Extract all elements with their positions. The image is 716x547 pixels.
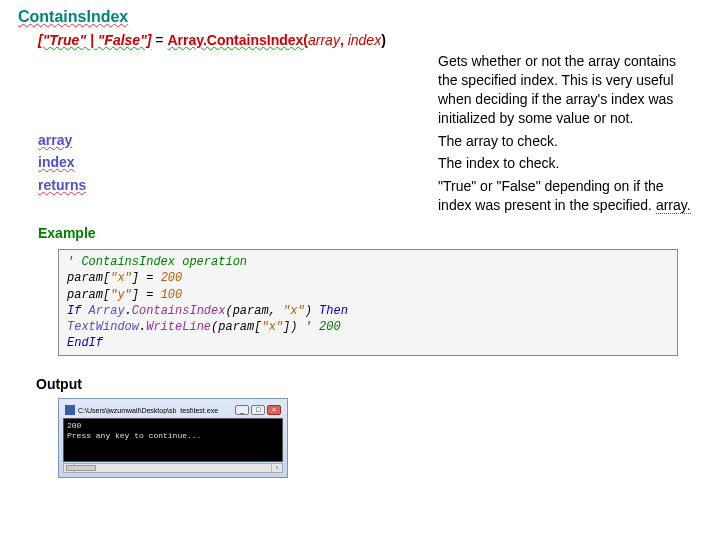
param-desc: The index to check. (438, 154, 698, 173)
code-string: "x" (110, 271, 132, 285)
code-text: (param[ (211, 320, 261, 334)
example-heading: Example (38, 225, 698, 241)
window-buttons: _ □ × (235, 405, 281, 415)
arg-1: array (308, 32, 340, 48)
titlebar-text: C:\Users\jwzumwalt\Desktop\sb_test\test.… (78, 407, 235, 414)
code-keyword: EndIf (67, 336, 103, 350)
code-text: param[ (67, 288, 110, 302)
param-label: array (38, 132, 72, 148)
scroll-right-arrow[interactable]: › (271, 464, 282, 472)
close-button[interactable]: × (267, 405, 281, 415)
param-row-returns: returns "True" or "False" depending on i… (38, 177, 698, 215)
code-type: Array (89, 304, 125, 318)
code-comment: ' ContainsIndex operation (67, 255, 247, 269)
arg-2: index (348, 32, 381, 48)
horizontal-scrollbar[interactable]: ‹ › (63, 463, 283, 473)
param-label: returns (38, 177, 86, 193)
titlebar: C:\Users\jwzumwalt\Desktop\sb_test\test.… (63, 403, 283, 417)
param-row-index: index The index to check. (38, 154, 698, 173)
code-text: ) (305, 304, 319, 318)
code-text: (param, (225, 304, 283, 318)
code-text: ]) (283, 320, 305, 334)
code-keyword: If (67, 304, 89, 318)
arg-sep: , (340, 32, 348, 48)
console-line-1: 200 (67, 421, 81, 430)
app-icon (65, 405, 75, 415)
method-signature: ["True" | "False"] = Array.ContainsIndex… (38, 32, 698, 48)
method-description: Gets whether or not the array contains t… (438, 52, 698, 128)
console-line-2: Press any key to continue... (67, 431, 201, 440)
code-text: ] = (132, 288, 161, 302)
param-desc: "True" or "False" depending on if the in… (438, 177, 698, 215)
close-paren: ) (381, 32, 386, 48)
code-string: "x" (261, 320, 283, 334)
section-title: ContainsIndex (18, 8, 698, 26)
code-type: TextWindow (67, 320, 139, 334)
param-label: index (38, 154, 75, 170)
code-text: param[ (67, 271, 110, 285)
code-string: "y" (110, 288, 132, 302)
code-text: . (125, 304, 132, 318)
param-desc: The array to check. (438, 132, 698, 151)
code-keyword: Then (319, 304, 348, 318)
return-type: ["True" | "False"] (38, 32, 151, 48)
maximize-button[interactable]: □ (251, 405, 265, 415)
scroll-thumb[interactable] (66, 465, 96, 471)
code-number: 200 (161, 271, 183, 285)
equals: = (155, 32, 167, 48)
code-method: ContainsIndex (132, 304, 226, 318)
minimize-button[interactable]: _ (235, 405, 249, 415)
output-heading: Output (36, 376, 698, 392)
code-string: "x" (283, 304, 305, 318)
description-row: Gets whether or not the array contains t… (38, 52, 698, 128)
returns-desc-tail: array. (656, 197, 691, 214)
code-example: ' ContainsIndex operation param["x"] = 2… (58, 249, 678, 356)
returns-desc-text: "True" or "False" depending on if the in… (438, 178, 664, 213)
method-name: Array.ContainsIndex( (167, 32, 308, 48)
code-comment: ' 200 (305, 320, 341, 334)
code-method: WriteLine (146, 320, 211, 334)
code-text: ] = (132, 271, 161, 285)
param-row-array: array The array to check. (38, 132, 698, 151)
console-body: 200 Press any key to continue... (63, 418, 283, 462)
console-window: C:\Users\jwzumwalt\Desktop\sb_test\test.… (58, 398, 288, 478)
code-number: 100 (161, 288, 183, 302)
